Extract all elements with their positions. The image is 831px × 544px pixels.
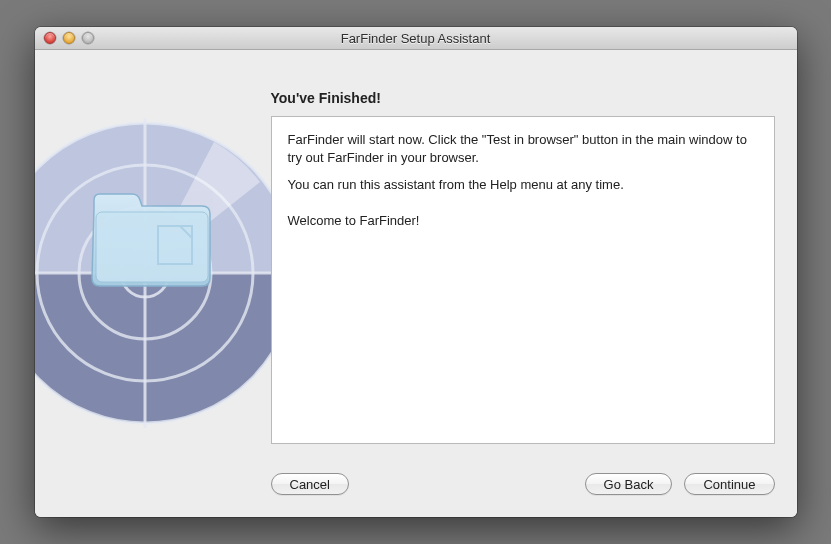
button-row: Cancel Go Back Continue	[271, 473, 775, 495]
setup-assistant-window: FarFinder Setup Assistant	[35, 27, 797, 517]
traffic-lights	[44, 32, 94, 44]
svg-point-3	[35, 123, 295, 423]
svg-rect-10	[96, 212, 208, 282]
body-text-1: FarFinder will start now. Click the "Tes…	[288, 131, 758, 166]
radar-folder-icon	[35, 118, 300, 428]
content-panel: FarFinder will start now. Click the "Tes…	[271, 116, 775, 444]
page-heading: You've Finished!	[271, 90, 381, 106]
minimize-icon[interactable]	[63, 32, 75, 44]
continue-button[interactable]: Continue	[684, 473, 774, 495]
svg-point-4	[35, 123, 295, 423]
window-title: FarFinder Setup Assistant	[35, 31, 797, 46]
titlebar[interactable]: FarFinder Setup Assistant	[35, 27, 797, 50]
svg-point-2	[35, 123, 295, 423]
go-back-button[interactable]: Go Back	[585, 473, 673, 495]
svg-point-5	[37, 165, 253, 381]
window-body: You've Finished! FarFinder will start no…	[35, 50, 797, 517]
svg-point-9	[121, 249, 169, 297]
body-text-3: Welcome to FarFinder!	[288, 212, 758, 230]
close-icon[interactable]	[44, 32, 56, 44]
cancel-button[interactable]: Cancel	[271, 473, 349, 495]
svg-point-6	[79, 207, 211, 339]
zoom-icon	[82, 32, 94, 44]
body-text-2: You can run this assistant from the Help…	[288, 176, 758, 194]
